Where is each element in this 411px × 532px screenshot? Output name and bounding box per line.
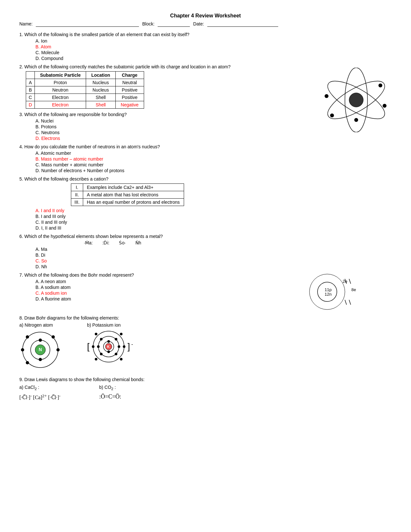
name-field[interactable] [36,21,139,27]
q4-option-b: B. Mass number – atomic number [35,156,392,162]
question-6: 6. Which of the hypothetical elements sh… [19,234,392,269]
q6-options: A. Ma B. Di C. So D. Nh [19,247,392,269]
q6-symbol-nh: N̈h [135,240,141,245]
q5-options: A. I and II only B. I and III only C. II… [19,208,392,231]
svg-text:N: N [39,347,42,352]
svg-point-5 [330,113,334,117]
q5-row-i: I. Examples include Ca2+ and Al3+ [71,184,184,191]
q9-cacl2-label: a) CaCl2 : [19,385,61,391]
svg-line-18 [349,300,351,305]
svg-text:K: K [107,345,110,349]
svg-point-41 [100,353,103,355]
q6-symbol-so: Ṡo· [119,240,126,245]
q1-option-d: D. Compound [35,56,392,61]
question-1: 1. Which of the following is the smalles… [19,32,392,61]
page-title: Chapter 4 Review Worksheet [19,13,392,19]
q7-option-b: B. A sodium atom [35,285,298,290]
q9-co2-lewis: :Ö=C=Ö: [99,393,121,400]
svg-point-4 [325,94,328,98]
q3-option-d: D. Electrons [35,136,392,141]
q9-co2-label: b) CO2 : [99,385,121,391]
q2-row-d: D Electron Shell Negative [26,101,144,109]
svg-point-27 [26,335,29,339]
svg-point-48 [120,358,122,360]
svg-line-16 [349,279,351,284]
question-9: 9. Draw Lewis diagrams to show the follo… [19,377,392,400]
block-label: Block: [142,21,154,27]
q1-option-b: B. Atom [35,44,392,49]
q6-option-b: B. Di [35,252,392,258]
svg-point-46 [120,333,122,335]
potassium-charge: - [131,341,133,347]
svg-point-39 [100,338,103,340]
q5-text: 5. Which of the following describes a ca… [19,176,392,182]
q4-text: 4. How do you calculate the number of ne… [19,144,392,149]
q4-option-d: D. Number of electrons + Number of proto… [35,168,392,173]
svg-point-40 [115,338,117,340]
left-bracket: [ [87,341,90,351]
question-4: 4. How do you calculate the number of ne… [19,144,392,173]
q6-symbols-row: ·Ṁa: :D̈i: Ṡo· N̈h [84,240,392,245]
q7-option-d: D. A fluorine atom [35,296,298,301]
svg-point-45 [95,333,97,335]
q6-option-d: D. Nh [35,264,392,269]
q5-option-c: C. II and III only [35,220,392,225]
q6-symbol-di: :D̈i: [103,240,110,245]
q1-options: A. Ion B. Atom C. Molecule D. Compound [19,38,392,61]
svg-point-42 [115,353,117,355]
date-label: Date: [193,21,204,27]
q5-row-iii: III. Has an equal number of protons and … [71,199,184,206]
svg-point-28 [52,335,55,339]
q7-bohr-diagram: 11p 12n 2e 8e [308,272,366,312]
q1-option-c: C. Molecule [35,50,392,55]
svg-point-23 [39,339,42,342]
date-field[interactable] [207,21,278,27]
q1-text: 1. Which of the following is the smalles… [19,32,392,37]
q6-option-c: C. So [35,258,392,263]
svg-point-36 [107,350,110,353]
q6-text: 6. Which of the hypothetical elements sh… [19,234,392,239]
q5-option-b: B. I and III only [35,214,392,219]
q2-row-b: B Neutron Nucleus Positive [26,86,144,94]
q7-options: A. A neon atom B. A sodium atom C. A sod… [19,279,298,301]
svg-point-47 [95,358,97,360]
q9-text: 9. Draw Lewis diagrams to show the follo… [19,377,392,382]
q8-potassium-label: b) Potassium ion [87,322,133,328]
q8-nitrogen-label: a) Nitrogen atom [19,322,61,328]
block-field[interactable] [158,21,190,27]
svg-point-6 [378,84,382,87]
svg-point-29 [26,361,29,364]
atom-diagram [321,68,392,133]
svg-point-25 [21,348,24,351]
svg-point-43 [92,345,94,348]
q8-diagrams-row: a) Nitrogen atom N [19,322,392,372]
svg-point-37 [97,345,100,348]
q8-text: 8. Draw Bohr diagrams for the following … [19,315,392,320]
q7-left: 7. Which of the following does the Bohr … [19,272,298,302]
name-label: Name: [19,21,33,27]
q9-cacl2: a) CaCl2 : [·C̈l·]- [Ca]2+ [·C̈l·]- [19,385,61,400]
svg-text:8e: 8e [351,287,356,292]
q8-nitrogen: a) Nitrogen atom N [19,322,61,372]
q4-options: A. Atomic number B. Mass number – atomic… [19,151,392,173]
svg-point-0 [349,93,363,107]
q7-text: 7. Which of the following does the Bohr … [19,272,298,278]
q6-symbol-ma: ·Ṁa: [84,240,93,245]
header-row: Name: Block: Date: [19,21,392,27]
question-8: 8. Draw Bohr diagrams for the following … [19,315,392,372]
q6-option-a: A. Ma [35,247,392,252]
svg-point-7 [383,104,387,108]
svg-text:12n: 12n [325,292,332,297]
svg-point-38 [118,345,120,348]
right-bracket: ] [128,341,130,351]
q8-potassium: b) Potassium ion [ K [87,322,133,364]
svg-point-26 [56,348,60,351]
svg-text:11p: 11p [325,287,332,292]
q2-row-a: A Proton Nucleus Neutral [26,79,144,86]
q7-option-a: A. A neon atom [35,279,298,284]
svg-point-8 [354,118,358,122]
svg-line-17 [345,300,347,305]
q5-table: I. Examples include Ca2+ and Al3+ II. A … [71,183,184,206]
svg-point-24 [39,358,42,361]
q5-row-ii: II. A metal atom that has lost electrons [71,191,184,199]
